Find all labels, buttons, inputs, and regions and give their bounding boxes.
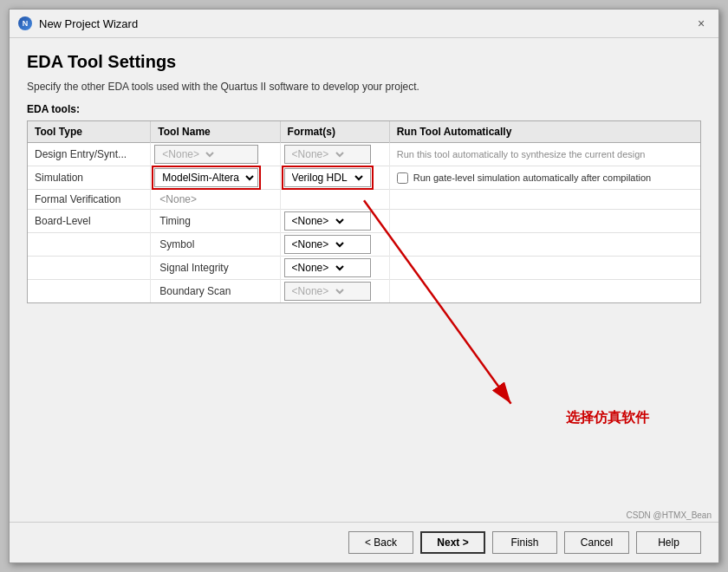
- format-select[interactable]: <None>: [285, 236, 347, 253]
- run-auto-cell: Run gate-level simulation automatically …: [397, 172, 693, 184]
- format-select-wrapper: <None>: [284, 235, 371, 254]
- run-auto-cell: Run this tool automatically to synthesiz…: [397, 149, 693, 159]
- cell-format: <None>: [280, 210, 389, 233]
- cell-run-auto: Run this tool automatically to synthesiz…: [389, 143, 700, 166]
- eda-tools-table: Tool Type Tool Name Format(s) Run Tool A…: [28, 121, 700, 302]
- cell-run-auto: [389, 280, 700, 303]
- table-row: Symbol<None>: [28, 233, 700, 257]
- cell-format: [280, 190, 389, 210]
- table-row: Design Entry/Synt...<None><None>Run this…: [28, 143, 700, 166]
- table-row: SimulationModelSim-AlteraVerilog HDLRun …: [28, 166, 700, 190]
- table-header-row: Tool Type Tool Name Format(s) Run Tool A…: [28, 121, 700, 143]
- col-formats: Format(s): [280, 121, 389, 143]
- run-auto-label: Run gate-level simulation automatically …: [413, 172, 652, 183]
- table-row: Signal Integrity<None>: [28, 257, 700, 280]
- tool-name-select-wrapper: <None>: [154, 145, 258, 164]
- title-bar-left: N New Project Wizard: [18, 16, 138, 30]
- next-button[interactable]: Next >: [420, 531, 485, 554]
- app-icon: N: [18, 16, 32, 30]
- cell-tool-type: Simulation: [28, 166, 151, 190]
- run-auto-checkbox-wrapper: [397, 172, 408, 184]
- tool-name-select-wrapper: ModelSim-Altera: [154, 168, 258, 187]
- cell-format: <None>: [280, 257, 389, 280]
- format-select-wrapper: <None>: [284, 282, 371, 301]
- format-select[interactable]: <None>: [285, 212, 347, 230]
- cell-tool-name: <None>: [151, 190, 280, 210]
- col-tool-name: Tool Name: [151, 121, 280, 143]
- cell-format: <None>: [280, 233, 389, 257]
- cell-tool-type: [28, 233, 151, 257]
- cell-run-auto: [389, 210, 700, 233]
- tool-name-text: Boundary Scan: [154, 283, 236, 299]
- table-row: Boundary Scan<None>: [28, 280, 700, 303]
- format-select[interactable]: <None>: [285, 146, 347, 163]
- format-select[interactable]: <None>: [285, 283, 347, 300]
- cell-format: <None>: [280, 280, 389, 303]
- cell-run-auto: [389, 233, 700, 257]
- cell-tool-type: Formal Verification: [28, 190, 151, 210]
- eda-tools-table-container: Tool Type Tool Name Format(s) Run Tool A…: [27, 120, 701, 303]
- tool-name-text: <None>: [154, 192, 202, 207]
- cell-tool-name: Signal Integrity: [151, 257, 280, 280]
- format-select-wrapper: Verilog HDL: [284, 168, 371, 187]
- format-select[interactable]: Verilog HDL: [285, 169, 366, 186]
- cell-tool-name: Symbol: [151, 233, 280, 257]
- tool-name-text: Timing: [154, 213, 196, 229]
- main-window: N New Project Wizard × EDA Tool Settings…: [9, 9, 719, 563]
- cell-run-auto: Run gate-level simulation automatically …: [389, 166, 700, 190]
- tool-name-select[interactable]: <None>: [155, 146, 217, 163]
- table-row: Board-LevelTiming<None>: [28, 210, 700, 233]
- window-title: New Project Wizard: [39, 17, 138, 30]
- cell-run-auto: [389, 257, 700, 280]
- help-button[interactable]: Help: [636, 531, 701, 554]
- table-row: Formal Verification<None>: [28, 190, 700, 210]
- footer-watermark: CSDN @HTMX_Bean: [10, 510, 718, 522]
- cell-tool-name: Boundary Scan: [151, 280, 280, 303]
- cell-format: <None>: [280, 143, 389, 166]
- tool-name-select[interactable]: ModelSim-Altera: [155, 169, 257, 186]
- cancel-button[interactable]: Cancel: [564, 531, 629, 554]
- cell-tool-name: <None>: [151, 143, 280, 166]
- run-auto-checkbox[interactable]: [397, 172, 408, 184]
- cell-tool-name: Timing: [151, 210, 280, 233]
- cell-tool-type: Board-Level: [28, 210, 151, 233]
- tool-name-text: Symbol: [154, 237, 199, 252]
- cell-tool-name: ModelSim-Altera: [151, 166, 280, 190]
- col-run-auto: Run Tool Automatically: [389, 121, 700, 143]
- title-bar: N New Project Wizard ×: [10, 10, 718, 38]
- content-area: EDA Tool Settings Specify the other EDA …: [10, 38, 718, 510]
- close-button[interactable]: ×: [692, 15, 710, 32]
- annotation-label: 选择仿真软件: [566, 409, 649, 427]
- format-select-wrapper: <None>: [284, 211, 371, 231]
- section-label: EDA tools:: [27, 103, 701, 115]
- tool-name-text: Signal Integrity: [154, 260, 233, 276]
- format-select[interactable]: <None>: [285, 259, 347, 276]
- cell-format: Verilog HDL: [280, 166, 389, 190]
- format-select-wrapper: <None>: [284, 258, 371, 277]
- footer: < Back Next > Finish Cancel Help: [10, 522, 718, 562]
- page-title: EDA Tool Settings: [27, 52, 701, 72]
- back-button[interactable]: < Back: [348, 531, 413, 554]
- page-description: Specify the other EDA tools used with th…: [27, 81, 701, 93]
- cell-tool-type: [28, 280, 151, 303]
- finish-button[interactable]: Finish: [492, 531, 557, 554]
- cell-tool-type: [28, 257, 151, 280]
- table-body: Design Entry/Synt...<None><None>Run this…: [28, 143, 700, 303]
- cell-tool-type: Design Entry/Synt...: [28, 143, 151, 166]
- col-tool-type: Tool Type: [28, 121, 151, 143]
- cell-run-auto: [389, 190, 700, 210]
- table-area: Tool Type Tool Name Format(s) Run Tool A…: [27, 120, 701, 497]
- run-auto-label: Run this tool automatically to synthesiz…: [397, 149, 646, 159]
- format-select-wrapper: <None>: [284, 145, 371, 164]
